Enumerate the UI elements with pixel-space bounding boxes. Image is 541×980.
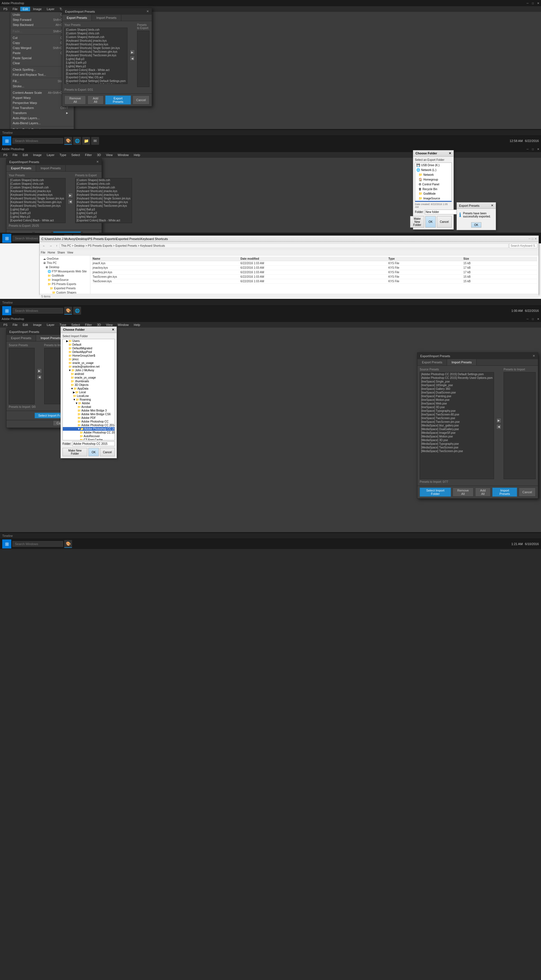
folder-local[interactable]: ▶📁Local [63,390,114,394]
folder-recycle[interactable]: 🗑Recycle Bin [415,187,452,191]
maximize-btn-3[interactable]: □ [532,317,534,321]
preset-item[interactable]: [Lights] Ball.p3 [65,57,127,61]
preset-item[interactable]: [Keyboard Shortcuts] jmacboy.kys [65,43,127,46]
menu-3d-2[interactable]: 3D [95,153,103,157]
move-right-btn[interactable]: ▶ [130,49,135,55]
menu-auto-align[interactable]: Auto-Align Layers... [10,116,74,121]
preset-item[interactable]: [lineSpace] TwoScreen-jim.pse [420,420,494,424]
start-button-2[interactable]: ⊞ [2,306,11,315]
close-btn[interactable]: ✕ [537,2,539,5]
taskbar-photoshop-icon[interactable]: 🎨 [64,137,72,145]
folder-locallow[interactable]: 📁LocalLow [63,394,114,398]
large-move-right[interactable]: ▶ [496,418,501,423]
choose-folder-cancel-btn[interactable]: Cancel [437,216,452,228]
menu-view-2[interactable]: View [103,153,115,157]
menu-edit[interactable]: Edit [20,7,30,11]
folder-oracle-email[interactable]: 📁oracle@optionline.net [63,365,114,368]
choose-folder-import-close[interactable]: ✕ [112,328,114,332]
preset-item[interactable]: [Custom Shapes] chris.csh [75,182,132,186]
exp-forward-btn[interactable]: → [48,243,54,248]
menu-image-2[interactable]: Image [31,153,44,157]
taskbar-search-4[interactable] [13,541,63,547]
dialog-close-btn[interactable]: ✕ [146,10,149,13]
folder-adobe[interactable]: ▼📁Adobe [63,401,114,405]
preset-item[interactable]: [Custom Shapes] thebrush.csh [9,186,65,189]
folder-android[interactable]: 📁android [63,372,114,376]
import-move-right[interactable]: ▶ [37,368,42,374]
folder-tree[interactable]: 💾USB Drive (K:) 🌐Network (L:) 📁Network 🏠… [415,162,452,202]
import-make-new-folder-btn[interactable]: Make New Folder [62,448,87,457]
menu-select-2[interactable]: Select [69,153,82,157]
menu-image-3[interactable]: Image [31,323,44,327]
large-dest-list[interactable] [504,372,536,479]
tab-import-presets[interactable]: Import Presets [92,15,121,21]
preset-item[interactable]: [Exported Output Settings] Default Setti… [65,79,127,83]
presets-to-export-list[interactable] [137,31,149,87]
preset-item[interactable]: [Keyboard Shortcuts] jmacks.kys [9,189,65,193]
tab-import-large[interactable]: Import Presets [447,359,476,365]
explorer-close[interactable]: ✕ [535,237,537,240]
tab-export-3[interactable]: Export Presets [6,335,36,341]
menu-window-2[interactable]: Window [116,153,131,157]
folder-jimcc[interactable]: 📁jimcc [63,358,114,361]
preset-item[interactable]: [Custom Shapes] thebrush.csh [75,186,132,189]
taskbar-browser-icon[interactable]: 🌐 [73,137,81,145]
move-left-btn[interactable]: ◀ [130,56,135,61]
preset-item[interactable]: [MediaSpace] ImageSF.pse [420,431,494,435]
minimize-btn[interactable]: ─ [527,2,528,5]
table-row[interactable]: TwoScreen.glm.kys 6/22/2016 1:03 AM KYS … [92,275,537,279]
folder-network[interactable]: 📁Network [415,172,452,177]
minimize-btn-2[interactable]: ─ [527,148,528,151]
folder-mini-bridge-3[interactable]: 📁Adobe Mini Bridge 3 [63,409,114,412]
preset-item[interactable]: [MediaSpace] DualGallery.pse [420,427,494,431]
close-btn-3[interactable]: ✕ [537,317,539,321]
preset-item[interactable]: [Lights] Earth.p3 [9,211,65,215]
preset-item[interactable]: [MediaSpace] blur_gallery.pse [420,424,494,427]
preset-item[interactable]: [Keyboard Shortcuts] jmacks.kys [65,39,127,43]
folder-default[interactable]: 📁Default [63,343,114,347]
success-ok-btn[interactable]: OK [471,222,481,228]
large-cancel-btn[interactable]: Cancel [519,488,536,496]
preset-item[interactable]: [Lights] Ball.p3 [9,208,65,211]
menu-layer-3[interactable]: Layer [44,323,57,327]
preset-item[interactable]: [Lights] Mars.p3 [9,215,65,219]
folder-acrobat[interactable]: 📁Acrobat [63,405,114,409]
menu-help-2[interactable]: Help [132,153,143,157]
tree-ps-presets[interactable]: 📁PS Presets Exports [41,282,89,286]
menu-ps-2[interactable]: PS [1,153,10,157]
tab-import-2[interactable]: Import Presets [36,165,66,171]
preset-item[interactable]: [MediaSpace] Typography.pse [420,442,494,445]
ribbon-view[interactable]: View [67,251,73,254]
menu-layer-2[interactable]: Layer [44,153,57,157]
table-row[interactable]: jmacboy.kys 6/22/2016 1:03 AM KYS File 1… [92,266,537,270]
preset-item[interactable]: [Keyboard Shortcuts] Single Screen jim.k… [75,197,132,200]
preset-item[interactable]: [Keyboard Shortcuts] jmacks.kys [75,189,132,193]
preset-item[interactable]: [MediaSpace] 3D.pse [420,438,494,442]
preset-item[interactable]: [Lights] Mars.p3 [65,65,127,68]
preset-item[interactable]: [Keyboard Shortcuts] Single Screen jim.k… [9,197,65,200]
preset-item[interactable]: [Custom Shapes] birds.csh [65,28,127,32]
import-move-left[interactable]: ◀ [37,375,42,380]
make-new-folder-btn[interactable]: Make New Folder [410,216,424,228]
ribbon-share[interactable]: Share [57,251,65,254]
preset-item[interactable]: [Lights] Earth.p3 [75,211,132,215]
large-add-all-btn[interactable]: Add All [475,488,490,496]
folder-adobe-pdf[interactable]: 📁Adobe PDF [63,416,114,420]
your-presets-list[interactable]: [Custom Shapes] birds.csh [Custom Shapes… [65,28,127,84]
success-close-btn[interactable]: ✕ [491,204,493,207]
large-dialog-close[interactable]: ✕ [533,354,535,358]
source-presets-list[interactable] [9,348,35,404]
presets-to-export-list-2[interactable]: [Custom Shapes] birds.csh [Custom Shapes… [75,178,132,223]
preset-item[interactable]: [lineSpace] Painting.pse [420,395,494,398]
preset-item[interactable]: [lineSpace] Single_pse [420,380,494,383]
preset-item[interactable]: [Keyboard Shortcuts] TwoScreen.glm.kys [75,200,132,204]
folder-network-l[interactable]: 🌐Network (L:) [415,168,452,172]
menu-file[interactable]: File [10,7,20,11]
folder-oracle[interactable]: 📁oracle_yx_usage [63,361,114,365]
preset-item[interactable]: [lineSpace] Motion.pse [420,398,494,402]
taskbar-browser-2[interactable]: 🌐 [73,307,81,315]
explorer-minimize[interactable]: ─ [528,237,531,240]
ribbon-file[interactable]: File [41,251,45,254]
preset-item[interactable]: [Lights] Earth.p3 [65,61,127,65]
cancel-btn[interactable]: Cancel [133,95,149,105]
